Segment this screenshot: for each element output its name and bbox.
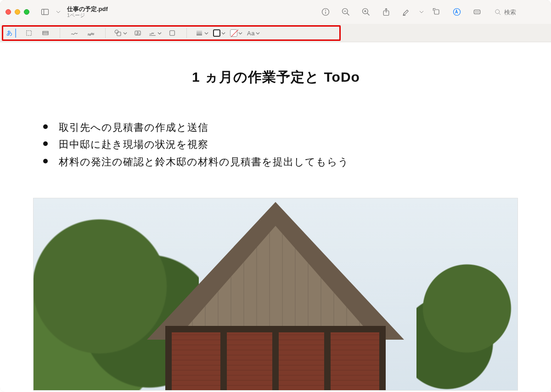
minimize-window-button[interactable] [15,9,20,15]
chevron-down-icon [256,29,260,37]
border-color-tool[interactable] [213,27,225,39]
svg-rect-24 [43,31,48,35]
toolbar-separator [105,28,106,38]
zoom-out-button[interactable] [338,6,353,18]
list-item: 材料の発注の確認と鈴木邸の材料の見積書を提出してもらう [43,153,519,170]
svg-line-22 [499,13,500,15]
chevron-down-icon [238,29,242,37]
svg-rect-31 [170,31,175,36]
chevron-down-icon [204,29,208,37]
rect-selection-tool[interactable] [23,27,35,39]
markup-toolbar: あ│ あ [0,24,551,42]
stroke-style-tool[interactable] [195,27,208,39]
form-fill-button[interactable] [470,6,484,18]
todo-list: 取引先への見積書の作成と送信 田中邸に赴き現場の状況を視察 材料の発注の確認と鈴… [33,119,519,170]
titlebar: 仕事の予定.pdf 1ページ [0,0,551,24]
close-window-button[interactable] [6,9,11,15]
chevron-down-icon [221,29,225,37]
border-color-swatch [213,29,220,37]
shapes-tool[interactable] [114,27,127,39]
markup-toggle-button[interactable] [450,6,464,18]
search-icon [495,9,501,16]
document-image [33,198,518,391]
sketch-tool[interactable] [68,27,80,39]
window-controls [6,9,29,15]
search-field[interactable] [490,7,545,17]
sidebar-menu-chevron[interactable] [56,8,61,16]
toolbar-separator [60,28,60,38]
text-selection-tool[interactable]: あ│ [6,27,18,39]
draw-tool[interactable] [85,27,97,39]
fill-color-tool[interactable] [230,27,242,39]
svg-point-19 [477,12,478,12]
zoom-in-button[interactable] [359,6,373,18]
highlight-button[interactable] [399,6,414,18]
svg-rect-23 [27,31,32,36]
fill-color-swatch [230,29,237,37]
svg-rect-27 [117,32,121,36]
chevron-down-icon [157,29,162,37]
chevron-down-icon [123,29,127,37]
svg-point-28 [115,30,118,34]
document-view[interactable]: 1 ヵ月の作業予定と ToDo 取引先への見積書の作成と送信 田中邸に赴き現場の… [0,42,551,392]
list-item: 田中邸に赴き現場の状況を視察 [43,136,519,153]
highlight-menu-chevron[interactable] [419,8,424,16]
title-block: 仕事の予定.pdf 1ページ [67,6,108,18]
search-input[interactable] [504,9,541,16]
svg-line-9 [367,13,370,16]
info-button[interactable] [318,6,333,18]
list-item: 取引先への見積書の作成と送信 [43,119,519,136]
font-style-tool[interactable]: Aa [247,27,260,39]
sign-tool[interactable] [148,27,162,39]
share-button[interactable] [379,6,394,18]
sidebar-toggle-button[interactable] [38,6,52,18]
toolbar-right [318,6,545,18]
svg-rect-15 [434,10,439,14]
svg-point-18 [475,12,476,12]
redact-tool[interactable] [39,27,51,39]
note-tool[interactable] [166,27,178,39]
maximize-window-button[interactable] [24,9,29,15]
rotate-button[interactable] [429,6,444,18]
document-title: 1 ヵ月の作業予定と ToDo [33,68,519,87]
text-box-tool[interactable]: あ [132,27,144,39]
document-page-indicator: 1ページ [67,12,108,18]
toolbar-separator [186,28,187,38]
svg-rect-0 [42,9,49,15]
svg-point-20 [478,12,479,12]
svg-point-21 [495,9,500,13]
svg-line-6 [347,13,349,16]
document-filename: 仕事の予定.pdf [67,6,108,12]
svg-point-4 [326,10,326,11]
